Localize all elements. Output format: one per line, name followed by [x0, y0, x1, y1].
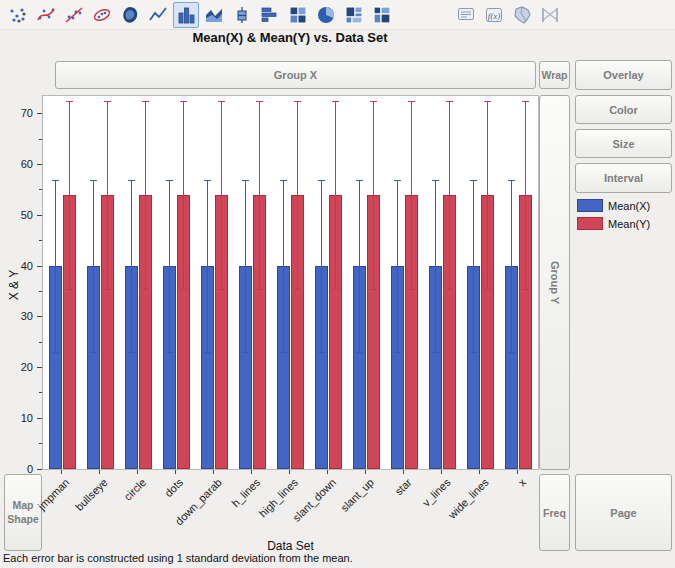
- smoother-icon[interactable]: [33, 2, 59, 28]
- x-tick-label: wide_lines: [446, 476, 491, 521]
- error-bar-cap: [52, 352, 59, 353]
- x-tick-label: star: [393, 476, 414, 497]
- error-bar: [169, 180, 170, 353]
- box-plot-icon[interactable]: [229, 2, 255, 28]
- error-bar: [245, 180, 246, 353]
- x-axis[interactable]: jmpmanbullseyecircledotsdown_parabh_line…: [42, 470, 539, 542]
- drop-zone-group-x[interactable]: Group X: [55, 61, 536, 89]
- x-tick: [441, 470, 442, 474]
- x-tick: [289, 470, 290, 474]
- x-tick: [137, 470, 138, 474]
- error-bar: [55, 180, 56, 353]
- plot-area[interactable]: [42, 95, 539, 470]
- error-bar-cap: [104, 101, 111, 102]
- error-bar-cap: [484, 289, 491, 290]
- error-bar: [487, 101, 488, 289]
- error-bar-cap: [294, 101, 301, 102]
- error-bar-cap: [166, 180, 173, 181]
- caption-box-icon[interactable]: [453, 2, 479, 28]
- x-tick: [365, 470, 366, 474]
- map-shapes-icon[interactable]: [509, 2, 535, 28]
- pie-icon[interactable]: [313, 2, 339, 28]
- x-tick: [327, 470, 328, 474]
- y-tick-label: 20: [21, 361, 33, 374]
- x-axis-title: Data Set: [42, 539, 539, 553]
- error-bar-cap: [66, 289, 73, 290]
- error-bar: [93, 180, 94, 353]
- error-bar-cap: [318, 180, 325, 181]
- drop-zone-size-label: Size: [612, 138, 634, 150]
- error-bar-cap: [370, 289, 377, 290]
- error-bar: [435, 180, 436, 353]
- error-bar: [373, 101, 374, 289]
- drop-zone-interval[interactable]: Interval: [575, 163, 672, 193]
- error-bar: [335, 101, 336, 289]
- error-bar-cap: [356, 180, 363, 181]
- error-bar: [397, 180, 398, 353]
- formula-icon[interactable]: f(x): [481, 2, 507, 28]
- error-bar-cap: [408, 289, 415, 290]
- error-bar-cap: [142, 289, 149, 290]
- chart-title[interactable]: Mean(X) & Mean(Y) vs. Data Set: [40, 30, 540, 45]
- x-tick: [175, 470, 176, 474]
- error-bar-cap: [180, 101, 187, 102]
- error-bar: [473, 180, 474, 353]
- error-bar-cap: [218, 289, 225, 290]
- error-bar-cap: [408, 101, 415, 102]
- drop-zone-page[interactable]: Page: [575, 474, 672, 551]
- x-tick: [99, 470, 100, 474]
- ellipse-icon[interactable]: [89, 2, 115, 28]
- error-bar: [69, 101, 70, 289]
- treemap-icon[interactable]: [341, 2, 367, 28]
- error-bar: [131, 180, 132, 353]
- error-bar-cap: [446, 101, 453, 102]
- error-bar-cap: [370, 101, 377, 102]
- points-icon[interactable]: [5, 2, 31, 28]
- drop-zone-overlay[interactable]: Overlay: [575, 60, 672, 90]
- x-tick: [479, 470, 480, 474]
- error-bar-cap: [204, 352, 211, 353]
- parallel-icon[interactable]: [537, 2, 563, 28]
- error-bar-cap: [180, 289, 187, 290]
- drop-zone-wrap[interactable]: Wrap: [539, 61, 570, 89]
- drop-zone-wrap-label: Wrap: [541, 69, 567, 81]
- error-bar-cap: [52, 180, 59, 181]
- drop-zone-size[interactable]: Size: [575, 129, 672, 158]
- heatmap-icon[interactable]: [285, 2, 311, 28]
- drop-zone-group-y[interactable]: Group Y: [539, 95, 570, 470]
- error-bar-cap: [446, 289, 453, 290]
- y-axis[interactable]: 010203040506070: [0, 95, 42, 470]
- error-bar-cap: [432, 180, 439, 181]
- x-tick: [251, 470, 252, 474]
- drop-zone-map-shape[interactable]: Map Shape: [4, 474, 42, 551]
- error-bar-cap: [332, 289, 339, 290]
- x-tick-label: bullseye: [73, 476, 110, 513]
- error-bar: [321, 180, 322, 353]
- area-icon[interactable]: [201, 2, 227, 28]
- error-bar-cap: [394, 180, 401, 181]
- error-bar-cap: [484, 101, 491, 102]
- line-icon[interactable]: [145, 2, 171, 28]
- x-tick-label: slant_up: [338, 476, 376, 514]
- error-bar-cap: [432, 352, 439, 353]
- error-bar: [525, 101, 526, 289]
- drop-zone-freq[interactable]: Freq: [539, 474, 570, 551]
- legend-item[interactable]: Mean(X): [577, 199, 650, 212]
- drop-zone-color[interactable]: Color: [575, 95, 672, 124]
- legend-label: Mean(Y): [608, 218, 650, 230]
- drop-zone-color-label: Color: [609, 104, 638, 116]
- y-tick-label: 60: [21, 158, 33, 171]
- error-bar: [297, 101, 298, 289]
- legend-item[interactable]: Mean(Y): [577, 217, 650, 230]
- error-bar: [511, 180, 512, 353]
- line-of-fit-icon[interactable]: [61, 2, 87, 28]
- error-bar-cap: [166, 352, 173, 353]
- error-bar-cap: [470, 352, 477, 353]
- error-bar: [283, 180, 284, 353]
- error-bar: [259, 101, 260, 289]
- bar-icon[interactable]: [173, 2, 199, 28]
- histogram-icon[interactable]: [257, 2, 283, 28]
- contour-icon[interactable]: [117, 2, 143, 28]
- mosaic-icon[interactable]: [369, 2, 395, 28]
- legend-swatch: [577, 217, 603, 230]
